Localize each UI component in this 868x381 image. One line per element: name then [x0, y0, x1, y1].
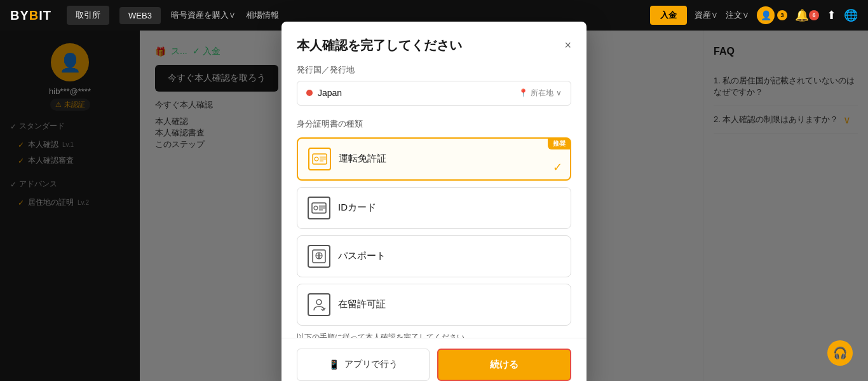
notification-badge: 3: [777, 10, 787, 20]
help-button[interactable]: 🎧: [827, 340, 853, 366]
id-card-icon: [308, 197, 330, 219]
kyc-modal: 本人確認を完了してください × 発行国／発行地 Japan 📍 所在地 ∨ 身分…: [281, 22, 587, 382]
doc-option-id[interactable]: IDカード: [297, 187, 571, 229]
deposit-button[interactable]: 入金: [650, 6, 687, 25]
svg-point-13: [316, 300, 322, 305]
svg-point-1: [315, 157, 318, 161]
recommended-badge: 推奨: [548, 138, 571, 149]
globe-icon[interactable]: 🌐: [844, 8, 858, 22]
location-icon: 📍 所在地 ∨: [519, 88, 562, 99]
japan-flag-dot: [306, 90, 313, 96]
passport-label: パスポート: [338, 250, 386, 262]
modal-hint: 以下の手順に従って本人確認を完了してください。: [297, 332, 571, 338]
buy-crypto-nav-link[interactable]: 暗号資産を購入∨: [171, 10, 236, 21]
residence-permit-icon: [308, 293, 330, 316]
doc-option-passport[interactable]: パスポート: [297, 235, 571, 277]
modal-body: 発行国／発行地 Japan 📍 所在地 ∨ 身分証明書の種類 推奨: [281, 64, 587, 338]
web3-nav-button[interactable]: WEB3: [119, 7, 161, 24]
bell-area[interactable]: 🔔 6: [795, 8, 819, 22]
app-button[interactable]: 📱 アプリで行う: [297, 349, 430, 381]
bell-icon: 🔔: [795, 8, 809, 22]
modal-footer: 📱 アプリで行う 続ける: [281, 338, 587, 382]
passport-icon: [308, 245, 330, 268]
exchange-nav-button[interactable]: 取引所: [67, 6, 109, 25]
modal-overlay[interactable]: 本人確認を完了してください × 発行国／発行地 Japan 📍 所在地 ∨ 身分…: [0, 31, 868, 381]
country-name: Japan: [318, 88, 513, 98]
modal-close-button[interactable]: ×: [564, 39, 571, 52]
main-content: 👤 hib***@**** ⚠ 未認証 ✓ スタンダード ✓ 本人確認 Lv.1…: [0, 31, 868, 381]
logo: BYBIT: [10, 8, 51, 23]
user-avatar-area[interactable]: 👤 3: [757, 6, 787, 24]
svg-point-6: [314, 206, 318, 210]
assets-nav-button[interactable]: 資産∨: [695, 10, 718, 21]
doc-option-residence-permit[interactable]: 在留許可証: [297, 284, 571, 326]
id-label: IDカード: [338, 202, 376, 214]
upload-icon[interactable]: ⬆: [827, 8, 836, 22]
market-nav-link[interactable]: 相場情報: [246, 10, 279, 21]
country-selector[interactable]: Japan 📍 所在地 ∨: [297, 81, 571, 106]
headset-icon: 🎧: [833, 346, 847, 360]
country-section-label: 発行国／発行地: [297, 64, 571, 76]
modal-title: 本人確認を完了してください: [297, 37, 462, 54]
user-avatar: 👤: [757, 6, 775, 24]
orders-nav-button[interactable]: 注文∨: [726, 10, 749, 21]
nav-right-area: 入金 資産∨ 注文∨ 👤 3 🔔 6 ⬆ 🌐: [650, 6, 858, 25]
continue-button[interactable]: 続ける: [437, 349, 571, 381]
mobile-icon: 📱: [329, 359, 339, 370]
license-icon: [308, 148, 331, 170]
app-btn-label: アプリで行う: [344, 359, 398, 370]
modal-header: 本人確認を完了してください ×: [281, 22, 587, 64]
selected-check-icon: ✓: [553, 160, 562, 174]
location-label: 所在地: [531, 88, 553, 99]
doc-option-license[interactable]: 推奨 運転免許証 ✓: [297, 137, 571, 181]
residence-permit-label: 在留許可証: [338, 298, 386, 310]
alert-badge: 6: [809, 10, 819, 20]
doc-type-label: 身分証明書の種類: [297, 118, 571, 130]
chevron-down-icon-country: ∨: [556, 88, 562, 97]
license-label: 運転免許証: [339, 153, 386, 165]
pin-icon: 📍: [519, 88, 528, 97]
